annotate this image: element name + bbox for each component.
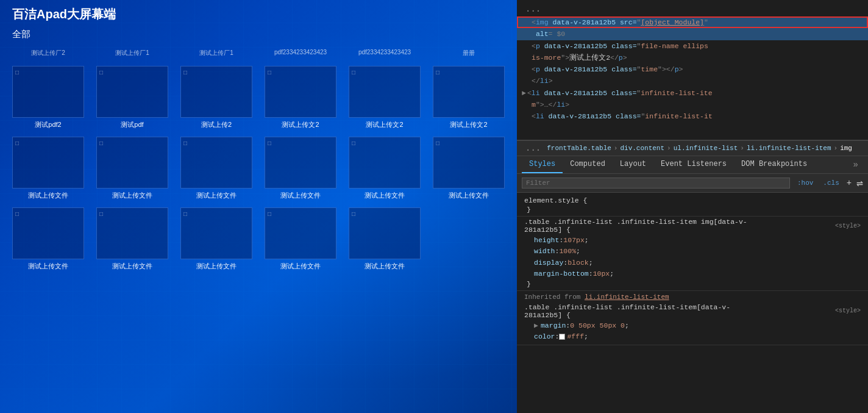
style-block-img: .table .infinite-list .infinite-list-ite… [517,217,868,291]
list-item[interactable]: 测试上传文2 [427,62,511,133]
style-property: color: #fff; [524,331,861,342]
list-item[interactable]: 测试上传文2 [258,62,343,133]
html-line-selected[interactable]: <img data-v-281a12b5 src="[object Module… [517,16,868,28]
inherited-link[interactable]: li.infinite-list-item [585,293,669,301]
breadcrumb-item[interactable]: ul.infinite-list [674,145,738,152]
devtools-panel: ... <img data-v-281a12b5 src="[object Mo… [517,0,868,413]
breadcrumb-item[interactable]: li.infinite-list-item [747,145,831,152]
filter-input[interactable] [522,178,790,189]
file-thumbnail [96,137,168,189]
filter-arrow-button[interactable]: ⇌ [856,176,863,190]
file-thumbnail [12,137,84,189]
style-block-element: element.style { } [517,195,868,217]
file-thumbnail [349,137,421,189]
tab-dom-breakpoints[interactable]: DOM Breakpoints [734,156,814,173]
html-line: ... [517,2,868,16]
category-label: 全部 [0,26,517,44]
tab-computed[interactable]: Computed [563,156,613,173]
html-line: is-more">测试上传文2</p> [517,52,868,63]
html-line: <p data-v-281a12b5 class="time"></p> [517,63,868,75]
list-item[interactable]: 测试上传文件 [258,133,343,204]
list-item[interactable]: 测试上传文件 [90,204,174,275]
devtools-tabs: Styles Computed Layout Event Listeners D… [517,156,868,174]
devtools-styles-content: element.style { } .table .infinite-list … [517,193,868,413]
list-item[interactable]: 测试上传文件 [6,204,90,275]
breadcrumb-item[interactable]: frontTable.table [547,145,611,152]
style-property: width: 100%; [524,246,861,257]
list-item[interactable]: 测试上传文件 [427,133,511,204]
file-thumbnail [265,207,336,259]
style-property: display: block; [524,257,861,268]
list-item[interactable]: 测试上传文件 [343,133,427,204]
tabs-more-button[interactable]: » [848,157,863,172]
breadcrumb-more[interactable]: ... [522,143,544,153]
html-line: </li> [517,75,868,87]
more-button[interactable]: ... [522,3,544,16]
tab-styles[interactable]: Styles [522,156,563,173]
inherited-label: Inherited from li.infinite-list-item [517,291,868,302]
list-item[interactable]: 测试上传厂2 [6,45,90,62]
html-line: <p data-v-281a12b5 class="file-name elli… [517,40,868,52]
file-grid-row3: 测试上传文件 测试上传文件 测试上传文件 测试上传文件 测试上传文件 测试上传文… [0,133,517,204]
list-item[interactable]: 测试上传文件 [90,133,174,204]
style-property: margin-bottom: 10px; [524,268,861,279]
html-line: alt= $0 [517,28,868,40]
style-selector: .table .infinite-list .infinite-list-ite… [524,218,861,234]
file-grid-row4: 测试上传文件 测试上传文件 测试上传文件 测试上传文件 测试上传文件 [0,204,517,275]
tab-event-listeners[interactable]: Event Listeners [653,156,734,173]
file-thumbnail [265,137,336,189]
file-grid-row2: 测试pdf2 测试pdf 测试上传2 测试上传文2 测试上传文2 测试上传文2 [0,62,517,133]
breadcrumb-item-active[interactable]: img [840,145,852,152]
style-property: ▶ margin: 0 50px 50px 0; [524,320,861,331]
file-thumbnail [96,66,168,118]
list-item[interactable]: 测试上传文2 [343,62,427,133]
app-title: 百洁Apad大屏幕端 [0,0,517,26]
tab-layout[interactable]: Layout [613,156,653,173]
style-selector: element.style { [524,196,861,204]
list-item [427,204,511,275]
list-item[interactable]: 测试上传文件 [174,133,258,204]
file-thumbnail [180,137,252,189]
devtools-html-source: ... <img data-v-281a12b5 src="[object Mo… [517,0,868,140]
html-line: ► <li data-v-281a12b5 class="infinite-li… [517,87,868,99]
file-thumbnail [265,66,336,118]
file-thumbnail [349,66,421,118]
list-item[interactable]: 测试pdf [90,62,174,133]
file-thumbnail [12,66,84,118]
list-item[interactable]: pdf2334233423423 [258,45,343,62]
filter-row: :hov .cls + ⇌ [517,174,868,193]
breadcrumb-item[interactable]: div.content [620,145,664,152]
list-item[interactable]: 测试上传文件 [174,204,258,275]
filter-hov-button[interactable]: :hov [795,178,816,188]
style-property: height: 107px; [524,235,861,246]
file-thumbnail [180,207,252,259]
list-item[interactable]: 册册 [427,45,511,62]
filter-add-button[interactable]: + [847,178,852,188]
file-thumbnail [433,137,505,189]
list-item[interactable]: 测试上传厂1 [90,45,174,62]
style-selector: .table .infinite-list .infinite-list-ite… [524,303,861,319]
list-item[interactable]: 测试上传文件 [6,133,90,204]
file-thumbnail [349,207,421,259]
list-item[interactable]: 测试上传2 [174,62,258,133]
devtools-breadcrumb: ... frontTable.table › div.content › ul.… [517,140,868,156]
list-item[interactable]: pdf2334233423423 [343,45,427,62]
color-swatch [559,334,565,340]
html-line: m">…</li> [517,99,868,110]
list-item[interactable]: 测试pdf2 [6,62,90,133]
style-block-inherited: .table .infinite-list .infinite-list-ite… [517,302,868,346]
filter-cls-button[interactable]: .cls [820,178,841,188]
file-thumbnail [12,207,84,259]
file-thumbnail [180,66,252,118]
left-panel: 百洁Apad大屏幕端 全部 测试上传厂2 测试上传厂1 测试上传厂1 pdf23… [0,0,517,413]
list-item[interactable]: 测试上传厂1 [174,45,258,62]
list-item[interactable]: 测试上传文件 [258,204,343,275]
file-grid-row1: 测试上传厂2 测试上传厂1 测试上传厂1 pdf2334233423423 pd… [0,45,517,62]
file-thumbnail [96,207,168,259]
file-thumbnail [433,66,505,118]
html-line: <li data-v-281a12b5 class="infinite-list… [517,110,868,122]
list-item[interactable]: 测试上传文件 [343,204,427,275]
